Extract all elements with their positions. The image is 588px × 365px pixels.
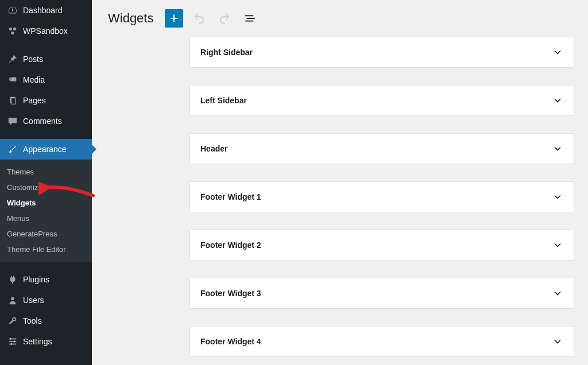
sidebar-item-label: Appearance [23, 145, 67, 154]
dashboard-icon [7, 5, 18, 16]
widget-area-header[interactable]: Header [189, 133, 574, 164]
widget-areas-list: Right Sidebar Left Sidebar Header Footer… [92, 37, 588, 365]
add-block-button[interactable] [165, 9, 183, 28]
widget-area-footer-1[interactable]: Footer Widget 1 [189, 181, 574, 212]
sidebar-item-plugins[interactable]: Plugins [0, 269, 92, 290]
widget-area-title: Left Sidebar [200, 96, 247, 105]
list-view-button[interactable] [241, 9, 259, 28]
svg-point-1 [13, 28, 16, 30]
chevron-down-icon [552, 95, 563, 106]
sidebar-item-label: Plugins [23, 275, 49, 284]
chevron-down-icon [552, 46, 563, 58]
sidebar-item-label: Posts [23, 55, 43, 64]
svg-point-0 [9, 28, 12, 30]
svg-rect-10 [9, 344, 17, 345]
admin-sidebar: Dashboard WPSandbox Posts Media Pages Co… [0, 0, 92, 365]
submenu-item-menus[interactable]: Menus [0, 211, 92, 226]
page-title: Widgets [108, 11, 153, 26]
sidebar-item-pages[interactable]: Pages [0, 90, 92, 111]
appearance-submenu: Themes Customize Widgets Menus GenerateP… [0, 160, 92, 262]
user-icon [7, 294, 18, 306]
chevron-down-icon [552, 239, 563, 251]
svg-rect-6 [11, 98, 16, 104]
sidebar-item-tools[interactable]: Tools [0, 310, 92, 331]
chevron-down-icon [552, 288, 563, 299]
widget-area-title: Footer Widget 4 [200, 337, 261, 346]
sidebar-item-label: Pages [23, 96, 46, 105]
svg-rect-12 [14, 340, 15, 343]
pin-icon [7, 53, 18, 65]
editor-toolbar: Widgets [92, 0, 588, 37]
widget-area-title: Footer Widget 3 [200, 289, 261, 298]
widget-area-title: Right Sidebar [200, 48, 253, 57]
chevron-down-icon [552, 191, 563, 203]
sidebar-item-label: Dashboard [23, 6, 63, 15]
sidebar-item-label: Users [23, 296, 44, 305]
pages-icon [7, 95, 18, 106]
sidebar-item-media[interactable]: Media [0, 69, 92, 90]
submenu-item-customize[interactable]: Customize [0, 180, 92, 195]
separator [0, 134, 92, 137]
sidebar-item-settings[interactable]: Settings [0, 331, 92, 352]
sidebar-item-label: Comments [23, 117, 62, 126]
svg-rect-4 [12, 77, 16, 81]
widget-area-footer-3[interactable]: Footer Widget 3 [189, 278, 574, 309]
submenu-item-generatepress[interactable]: GeneratePress [0, 226, 92, 242]
sidebar-item-label: Media [23, 75, 45, 84]
widget-area-right-sidebar[interactable]: Right Sidebar [189, 37, 574, 68]
widget-area-left-sidebar[interactable]: Left Sidebar [189, 85, 574, 116]
sidebar-item-posts[interactable]: Posts [0, 49, 92, 69]
widget-area-title: Footer Widget 1 [200, 192, 261, 201]
separator [0, 264, 92, 267]
sliders-icon [7, 336, 18, 347]
media-icon [7, 74, 18, 86]
svg-point-2 [11, 32, 14, 34]
brush-icon [7, 143, 18, 155]
redo-button[interactable] [215, 9, 234, 28]
widget-area-footer-2[interactable]: Footer Widget 2 [189, 230, 574, 261]
widget-area-title: Footer Widget 2 [200, 240, 261, 250]
separator [0, 44, 92, 46]
svg-rect-9 [9, 341, 17, 342]
submenu-item-themes[interactable]: Themes [0, 164, 92, 180]
sidebar-item-wpsandbox[interactable]: WPSandbox [0, 21, 92, 41]
sidebar-item-label: Settings [23, 337, 52, 346]
submenu-item-widgets[interactable]: Widgets [0, 195, 92, 211]
sidebar-item-appearance[interactable]: Appearance [0, 139, 92, 160]
main-content: Widgets Right Sidebar Left Sidebar Heade… [92, 0, 588, 365]
sandbox-icon [7, 25, 18, 37]
chevron-down-icon [552, 336, 563, 347]
sidebar-item-dashboard[interactable]: Dashboard [0, 0, 92, 21]
sidebar-item-label: Tools [23, 316, 42, 325]
wrench-icon [7, 315, 18, 327]
sidebar-item-users[interactable]: Users [0, 290, 92, 310]
widget-area-footer-4[interactable]: Footer Widget 4 [189, 326, 574, 357]
submenu-item-theme-file-editor[interactable]: Theme File Editor [0, 242, 92, 257]
svg-rect-11 [10, 338, 11, 340]
widget-area-title: Header [200, 144, 227, 153]
chevron-down-icon [552, 143, 563, 154]
undo-button[interactable] [190, 9, 208, 28]
sidebar-item-comments[interactable]: Comments [0, 111, 92, 131]
plug-icon [7, 274, 18, 285]
svg-point-7 [11, 297, 14, 300]
svg-rect-13 [11, 343, 12, 345]
comment-icon [7, 115, 18, 127]
sidebar-item-label: WPSandbox [23, 26, 68, 36]
